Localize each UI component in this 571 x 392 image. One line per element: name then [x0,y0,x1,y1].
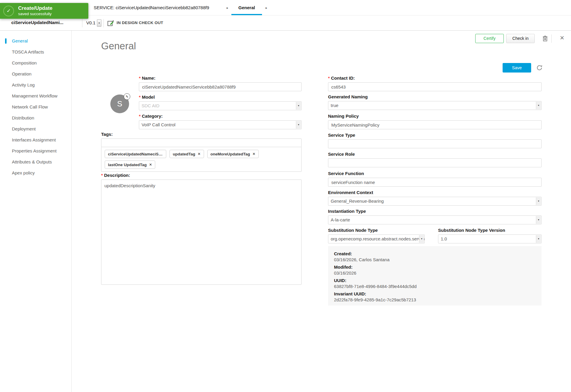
sidebar-item[interactable]: Operation [0,68,71,79]
active-indicator [5,159,7,165]
sidebar-item[interactable]: Distribution [0,112,71,123]
description-textarea[interactable]: updatedDescriptionSanity [101,180,302,285]
category-select[interactable]: VoIP Call Control ▼ [139,120,302,129]
tab-general[interactable]: General [231,0,262,15]
substitution-node-type-label: Substitution Node Type [328,228,425,233]
sidebar-item-label: Management Workflow [12,93,57,98]
created-label: Created: [334,251,536,257]
breadcrumb-service: SERVICE: ciServiceUpdatedNameciServicebb… [94,0,209,15]
tag-chip[interactable]: ciServiceUpdatedNameciServic... [105,150,166,158]
sidebar-item-label: Interfaces Assignment [12,137,56,142]
active-indicator [5,126,7,132]
substitution-node-type-version-select[interactable]: 1.0 ▼ [438,234,542,243]
active-indicator [5,104,7,110]
sidebar-item[interactable]: Properties Assignment [0,145,71,156]
sidebar-item[interactable]: Apex policy [0,167,71,178]
sidebar-item-label: Attributes & Outputs [12,159,52,164]
sidebar-item[interactable]: Attributes & Outputs [0,156,71,167]
invariant-uuid-label: Invariant UUID: [334,291,536,297]
tags-field: Tags: ciServiceUpdatedNameciServic... up… [101,132,302,172]
name-input[interactable] [139,82,302,91]
naming-policy-input[interactable] [328,120,542,129]
tag-chip-label: ciServiceUpdatedNameciServic... [108,152,163,156]
model-field: Model SDC AID ▼ [139,95,302,110]
breadcrumb-caret-icon: ▸ [227,0,228,15]
substitution-node-type-field: Substitution Node Type org.openecomp.res… [328,228,425,243]
active-indicator [5,137,7,143]
uuid-label: UUID: [334,278,536,284]
version-label: V0.1 [86,20,95,25]
service-role-field: Service Role [328,152,542,167]
service-function-label: Service Function [328,171,542,176]
service-function-input[interactable] [328,178,542,187]
sidebar-item-label: Properties Assignment [12,148,57,153]
check-circle-icon: ✓ [3,6,14,16]
active-indicator [5,115,7,121]
sidebar-item[interactable]: Network Call Flow [0,101,71,112]
sidebar-item-label: Deployment [12,126,36,131]
sidebar-item[interactable]: Composition [0,57,71,68]
save-button[interactable]: Save [503,63,531,73]
active-indicator [5,170,7,176]
active-indicator [5,82,7,88]
delete-trash-icon[interactable] [542,35,548,42]
generated-naming-select[interactable]: true ▼ [328,101,542,110]
contact-id-label: Contact ID: [328,75,542,81]
contact-id-field: Contact ID: [328,75,542,91]
modified-label: Modifed: [334,264,536,270]
contact-id-input[interactable] [328,82,542,91]
service-metadata-box: Created: 03/16/2026, Carlos Santana Modi… [328,246,542,306]
instantiation-type-field: Instantiation Type A-la-carte ▼ [328,209,542,224]
tags-input[interactable] [101,138,302,147]
service-avatar: S ✎ [110,95,129,113]
tag-chip[interactable]: updatedTag ✕ [170,150,204,158]
service-type-input[interactable] [328,139,542,148]
service-role-input[interactable] [328,158,542,167]
substitution-node-type-select[interactable]: org.openecomp.resource.abstract.nodes.se… [328,234,425,243]
description-field: Description: updatedDescriptionSanity [101,173,302,286]
environment-context-select[interactable]: General_Revenue-Bearing ▼ [328,197,542,206]
remove-tag-icon[interactable]: ✕ [198,152,201,156]
sidebar-item[interactable]: Management Workflow [0,90,71,101]
edit-avatar-pencil-icon[interactable]: ✎ [124,93,130,100]
sidebar-item-label: Operation [12,71,32,76]
divider [551,34,552,43]
sidebar-item[interactable]: Activity Log [0,79,71,90]
naming-policy-field: Naming Policy [328,114,542,129]
tag-chip[interactable]: lastOne UpdatedTag ✕ [105,160,155,169]
generated-naming-field: Generated Naming true ▼ [328,94,542,110]
tab-active-underline [231,14,262,15]
toast-notification[interactable]: ✓ Create/Update saved successfully [0,3,88,19]
service-title-truncated: ciServiceUpdatedNami... [11,20,63,25]
sidebar-item-label: Activity Log [12,82,35,87]
active-indicator [5,148,7,154]
checkin-button[interactable]: Check in [506,34,535,43]
close-icon[interactable]: ✕ [559,34,566,42]
divider [103,19,104,27]
sidebar-nav: General TOSCA Artifacts Composition Oper… [0,31,72,392]
version-dropdown[interactable]: ▼ [97,19,101,27]
sidebar-item-label: Network Call Flow [12,104,48,109]
naming-policy-label: Naming Policy [328,114,542,119]
service-role-label: Service Role [328,152,542,157]
sidebar-item[interactable]: General [0,35,71,46]
certify-button[interactable]: Certify [475,34,504,43]
tag-chip[interactable]: oneMoreUpdatedTag ✕ [207,150,259,158]
remove-tag-icon[interactable]: ✕ [149,163,152,167]
active-indicator [5,38,7,44]
generated-naming-label: Generated Naming [328,94,542,99]
category-label: Category: [139,114,302,119]
sidebar-item[interactable]: Deployment [0,123,71,134]
refresh-icon[interactable] [536,64,543,71]
sidebar-item-label: Apex policy [12,170,35,175]
model-label: Model [139,95,302,100]
service-type-label: Service Type [328,133,542,138]
remove-tag-icon[interactable]: ✕ [252,152,255,156]
instantiation-type-select[interactable]: A-la-carte ▼ [328,215,542,224]
chevron-down-icon: ▼ [536,102,541,109]
environment-context-field: Environment Context General_Revenue-Bear… [328,190,542,206]
chevron-down-icon: ▼ [296,102,301,110]
substitution-node-type-version-label: Substitution Node Type Version [438,228,542,233]
sidebar-item[interactable]: TOSCA Artifacts [0,46,71,57]
sidebar-item[interactable]: Interfaces Assignment [0,134,71,145]
